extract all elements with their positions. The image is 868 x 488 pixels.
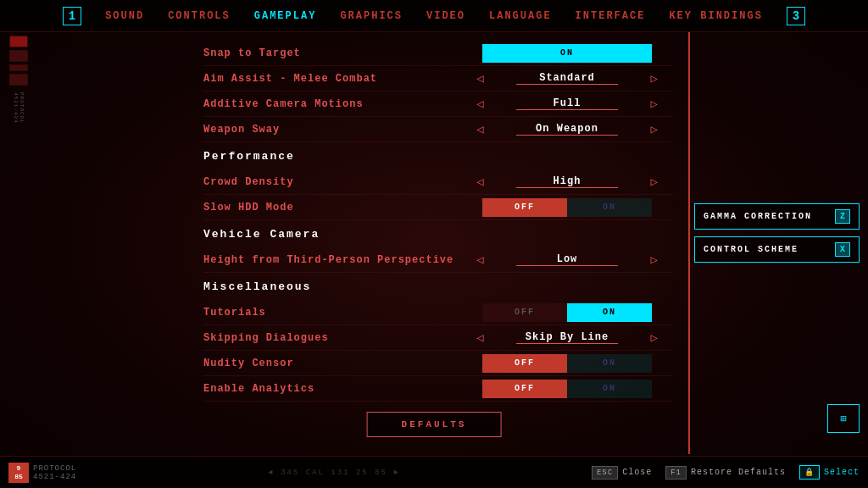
tutorials-off-btn[interactable]: OFF bbox=[482, 303, 567, 322]
height-perspective-value: Low bbox=[516, 253, 618, 266]
camera-motions-label: Additive Camera Motions bbox=[203, 98, 470, 110]
nudity-censor-on-btn[interactable]: ON bbox=[567, 354, 652, 373]
aim-assist-arrow-left[interactable]: ◁ bbox=[470, 71, 490, 86]
slow-hdd-off-btn[interactable]: OFF bbox=[482, 198, 567, 217]
enable-analytics-on-btn[interactable]: ON bbox=[567, 380, 652, 398]
camera-motions-value: Full bbox=[516, 97, 618, 110]
control-scheme-key: X bbox=[835, 242, 850, 257]
nudity-censor-off-btn[interactable]: OFF bbox=[482, 354, 567, 373]
setting-row-tutorials: Tutorials OFF ON bbox=[203, 300, 673, 325]
weapon-sway-selector: ◁ On Weapon ▷ bbox=[470, 122, 665, 136]
bottom-center-text: ◄ 345 CAL 131 25 85 ► bbox=[268, 469, 399, 477]
setting-row-skipping-dialogues: Skipping Dialogues ◁ Skip By Line ▷ bbox=[203, 325, 673, 351]
nav-item-video[interactable]: VIDEO bbox=[426, 10, 465, 22]
snap-to-target-toggle[interactable]: ON bbox=[482, 44, 652, 63]
section-miscellaneous: Miscellaneous bbox=[203, 273, 673, 300]
nav-item-controls[interactable]: CONTROLS bbox=[168, 10, 231, 22]
defaults-button[interactable]: DEFAULTS bbox=[367, 412, 502, 437]
skipping-dialogues-label: Skipping Dialogues bbox=[203, 332, 470, 344]
crowd-density-arrow-right[interactable]: ▷ bbox=[644, 175, 665, 189]
mini-action-button[interactable]: ⊞ bbox=[827, 404, 860, 433]
gamma-correction-button[interactable]: GAMMA CORRECTION Z bbox=[694, 203, 860, 230]
nav-item-language[interactable]: LANGUAGE bbox=[489, 10, 552, 22]
skipping-dialogues-selector: ◁ Skip By Line ▷ bbox=[470, 330, 665, 345]
skipping-dialogues-control: ◁ Skip By Line ▷ bbox=[470, 330, 665, 345]
nudity-censor-label: Nudity Censor bbox=[203, 358, 470, 369]
crowd-density-arrow-left[interactable]: ◁ bbox=[470, 175, 490, 189]
snap-to-target-label: Snap to Target bbox=[203, 47, 470, 59]
setting-row-aim-assist: Aim Assist - Melee Combat ◁ Standard ▷ bbox=[203, 66, 673, 92]
settings-list: Snap to Target ON Aim Assist - Melee Com… bbox=[34, 32, 673, 454]
height-perspective-label: Height from Third-Person Perspective bbox=[203, 254, 470, 266]
control-scheme-label: CONTROL SCHEME bbox=[704, 245, 798, 254]
enable-analytics-toggle: OFF ON bbox=[482, 380, 652, 398]
nav-item-interface[interactable]: INTERFACE bbox=[576, 10, 646, 22]
bottom-right-actions: ESC Close F1 Restore Defaults 🔒 Select bbox=[592, 465, 860, 480]
height-perspective-selector: ◁ Low ▷ bbox=[470, 252, 665, 267]
camera-motions-arrow-left[interactable]: ◁ bbox=[470, 97, 490, 111]
close-action[interactable]: ESC Close bbox=[592, 466, 652, 480]
bottom-status-text: PROTOCOL4521-424 bbox=[33, 464, 76, 481]
enable-analytics-off-btn[interactable]: OFF bbox=[482, 380, 567, 398]
weapon-sway-label: Weapon Sway bbox=[203, 124, 470, 136]
tutorials-on-btn[interactable]: ON bbox=[567, 303, 652, 322]
gamma-correction-key: Z bbox=[835, 209, 850, 224]
setting-row-weapon-sway: Weapon Sway ◁ On Weapon ▷ bbox=[203, 117, 673, 142]
nudity-censor-control: OFF ON bbox=[470, 354, 665, 373]
close-label: Close bbox=[622, 468, 652, 477]
left-sidebar-decoration: PROTOCOL4521-424 bbox=[7, 32, 31, 454]
height-perspective-arrow-right[interactable]: ▷ bbox=[644, 252, 665, 267]
height-perspective-arrow-left[interactable]: ◁ bbox=[470, 252, 490, 267]
setting-row-height-perspective: Height from Third-Person Perspective ◁ L… bbox=[203, 247, 673, 273]
enable-analytics-label: Enable Analytics bbox=[203, 383, 470, 395]
aim-assist-control: ◁ Standard ▷ bbox=[470, 71, 665, 86]
nav-right-bracket[interactable]: 3 bbox=[787, 7, 805, 25]
select-action[interactable]: 🔒 Select bbox=[799, 465, 860, 480]
camera-motions-arrow-right[interactable]: ▷ bbox=[644, 97, 665, 111]
weapon-sway-control: ◁ On Weapon ▷ bbox=[470, 122, 665, 136]
tutorials-label: Tutorials bbox=[203, 307, 470, 319]
skipping-dialogues-arrow-right[interactable]: ▷ bbox=[644, 330, 665, 345]
weapon-sway-arrow-left[interactable]: ◁ bbox=[470, 122, 490, 136]
weapon-sway-arrow-right[interactable]: ▷ bbox=[644, 122, 665, 136]
camera-motions-control: ◁ Full ▷ bbox=[470, 97, 665, 111]
bottom-left: 9 85 PROTOCOL4521-424 bbox=[8, 463, 76, 483]
nav-item-graphics[interactable]: GRAPHICS bbox=[340, 10, 403, 22]
tutorials-toggle: OFF ON bbox=[482, 303, 652, 322]
tutorials-control: OFF ON bbox=[470, 303, 665, 322]
nav-item-gameplay[interactable]: GAMEPLAY bbox=[254, 10, 317, 22]
bottom-level-indicator: 9 85 bbox=[8, 463, 29, 483]
crowd-density-control: ◁ High ▷ bbox=[470, 175, 665, 189]
control-scheme-button[interactable]: CONTROL SCHEME X bbox=[694, 236, 860, 263]
deco-block-accent bbox=[9, 36, 28, 47]
section-vehicle-camera-title: Vehicle Camera bbox=[203, 228, 320, 241]
nav-item-sound[interactable]: SOUND bbox=[105, 10, 144, 22]
weapon-sway-value: On Weapon bbox=[516, 123, 618, 136]
restore-defaults-action[interactable]: F1 Restore Defaults bbox=[665, 466, 786, 480]
bottom-level-number: 9 bbox=[14, 464, 23, 473]
slow-hdd-label: Slow HDD Mode bbox=[203, 202, 470, 214]
slow-hdd-control: OFF ON bbox=[470, 198, 665, 217]
bottom-bar: 9 85 PROTOCOL4521-424 ◄ 345 CAL 131 25 8… bbox=[0, 456, 868, 488]
aim-assist-arrow-right[interactable]: ▷ bbox=[644, 71, 665, 86]
deco-block-2 bbox=[9, 64, 28, 71]
crowd-density-value: High bbox=[516, 175, 618, 188]
close-key: ESC bbox=[592, 466, 618, 480]
crowd-density-label: Crowd Density bbox=[203, 176, 470, 188]
slow-hdd-on-btn[interactable]: ON bbox=[567, 198, 652, 217]
nav-bar: 1 SOUND CONTROLS GAMEPLAY GRAPHICS VIDEO… bbox=[0, 0, 868, 32]
nudity-censor-toggle: OFF ON bbox=[482, 354, 652, 373]
vertical-separator-line bbox=[688, 32, 690, 454]
setting-row-camera-motions: Additive Camera Motions ◁ Full ▷ bbox=[203, 92, 673, 117]
gamma-correction-label: GAMMA CORRECTION bbox=[704, 212, 812, 221]
select-label: Select bbox=[824, 468, 860, 477]
nav-item-keybindings[interactable]: KEY BINDINGS bbox=[669, 10, 762, 22]
crowd-density-selector: ◁ High ▷ bbox=[470, 175, 665, 189]
select-key: 🔒 bbox=[799, 465, 820, 480]
skipping-dialogues-arrow-left[interactable]: ◁ bbox=[470, 330, 490, 345]
nav-left-bracket[interactable]: 1 bbox=[63, 7, 81, 25]
skipping-dialogues-value: Skip By Line bbox=[516, 331, 618, 344]
aim-assist-value: Standard bbox=[516, 72, 618, 85]
section-performance: Performance bbox=[203, 142, 673, 169]
deco-side-text: PROTOCOL4521-424 bbox=[13, 92, 25, 124]
